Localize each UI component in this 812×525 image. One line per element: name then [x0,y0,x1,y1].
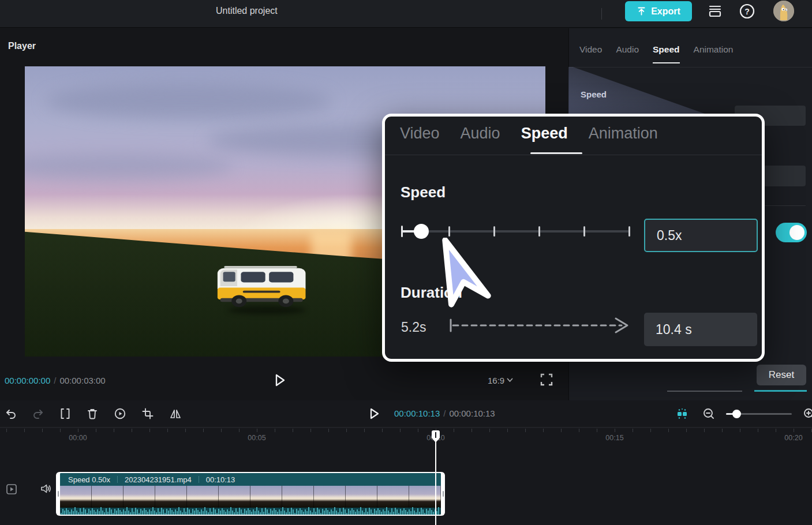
mirror-icon[interactable] [169,407,182,421]
pitch-toggle[interactable] [776,223,807,242]
waveform-bar [204,507,205,515]
waveform-bar [197,510,199,515]
export-button[interactable]: Export [625,1,692,21]
waveform-bar [313,508,315,515]
aspect-ratio-select[interactable]: 16:9 [488,376,513,385]
waveform-bar [216,513,218,515]
film-frame [92,486,124,508]
clip-trim-handle-right[interactable] [443,491,444,497]
film-frame [314,486,346,508]
waveform-bar [402,511,403,515]
tab-video[interactable]: Video [579,44,602,63]
waveform-bar [421,508,422,515]
ruler-tick [579,429,579,432]
ruler-tick [525,429,526,432]
waveform-bar [209,508,211,515]
popup-tab-speed[interactable]: Speed [521,125,568,142]
popup-tab-video[interactable]: Video [400,125,440,142]
waveform-bar [391,508,392,515]
waveform-bar [215,509,216,515]
popup-tab-animation[interactable]: Animation [589,125,658,142]
tab-audio[interactable]: Audio [616,44,639,63]
waveform-bar [263,512,264,515]
waveform-bar [286,512,287,515]
waveform-bar [232,511,233,515]
playback-speed-icon[interactable] [113,407,127,421]
waveform-bar [396,509,398,515]
play-button[interactable] [271,372,287,388]
auto-fit-icon[interactable] [675,407,689,421]
timeline-play-button[interactable] [367,407,381,421]
waveform-bar [339,508,340,515]
video-clip[interactable]: Speed 0.50x 202304231951.mp4 00:10:13 [56,472,445,516]
slider-start-cap [401,226,403,237]
waveform-bar [203,511,204,515]
ruler-tick [561,429,562,432]
waveform-bar [419,512,420,515]
waveform-bar [187,508,188,515]
reset-button[interactable]: Reset [757,365,806,385]
waveform-bar [152,507,154,515]
film-frame [60,486,92,508]
duration-arrow [447,313,638,340]
waveform-bar [251,512,252,515]
waveform-bar [386,507,387,515]
ruler-tick [185,429,186,432]
ruler-tick [400,429,401,432]
waveform-bar [291,508,292,515]
waveform-bar [145,510,147,515]
reset-underline [754,390,807,392]
clip-trim-handle-left[interactable] [58,491,59,497]
zoom-out-icon[interactable] [702,407,716,421]
waveform-bar [102,511,103,515]
delete-icon[interactable] [85,407,99,421]
waveform-bar [142,511,143,515]
film-frame [155,486,187,508]
waveform-bar [348,509,349,515]
waveform-bar [107,512,108,515]
waveform-bar [222,508,223,515]
waveform-bar [272,511,273,515]
tab-speed[interactable]: Speed [653,44,680,63]
fullscreen-icon[interactable] [540,373,553,386]
help-icon[interactable]: ? [739,3,755,19]
split-icon[interactable] [58,407,72,421]
waveform-bar [255,511,256,515]
waveform-bar [64,511,65,515]
ruler-tick [489,429,490,432]
duration-value-input[interactable]: 10.4 s [644,313,757,346]
mute-track-icon[interactable] [40,482,53,495]
timeline-zoom-knob[interactable] [732,410,741,418]
speed-value-input[interactable]: 0.5x [644,219,758,252]
user-avatar[interactable] [773,1,794,21]
waveform-bar [173,512,174,515]
zoom-in-icon[interactable] [802,407,812,421]
tab-animation[interactable]: Animation [694,44,734,63]
film-frame [187,486,219,508]
speed-slider-track[interactable] [401,230,630,232]
crop-icon[interactable] [141,407,155,421]
timeline-ruler[interactable]: 00:00 00:05 00:10 00:15 00:20 [0,427,812,447]
waveform-bar [83,508,84,515]
waveform-bar [289,512,290,515]
speed-slider-handle[interactable] [414,224,429,239]
track-cover-icon[interactable] [5,483,18,496]
waveform-bar [371,509,372,515]
popup-tab-audio[interactable]: Audio [461,125,500,142]
playhead-handle[interactable] [431,430,440,444]
waveform-bar [436,511,437,515]
waveform-bar [97,509,98,515]
waveform-bar [306,511,308,515]
ruler-label: 00:00 [65,434,91,442]
exports-list-icon[interactable] [707,3,723,19]
waveform-bar [133,512,134,515]
ruler-tick [794,429,794,432]
timeline-toolbar: 00:00:10:13 / 00:00:10:13 [0,400,812,427]
waveform-bar [351,508,353,515]
waveform-bar [211,512,212,515]
undo-icon[interactable] [4,407,18,421]
topbar-divider [601,8,602,20]
waveform-bar [322,509,323,515]
redo-icon[interactable] [31,407,45,421]
waveform-bar [325,508,327,515]
